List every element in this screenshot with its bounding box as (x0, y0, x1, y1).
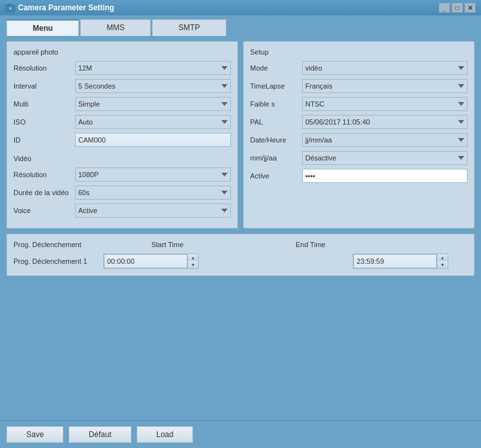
schedule-panel: Prog. Déclenchement Start Time End Time … (6, 234, 475, 276)
close-button[interactable]: ✕ (464, 3, 476, 13)
faible-label: Faible s (250, 100, 298, 108)
main-window: Camera Parameter Setting _ □ ✕ Menu MMS … (0, 0, 481, 448)
video-resolution-row: Résolution 1080P (13, 168, 231, 182)
mode-row: Mode vidéo (250, 61, 468, 75)
video-duration-select[interactable]: 60s (75, 185, 231, 200)
tabs-bar: Menu MMS SMTP (0, 15, 481, 36)
active-label: Active (250, 172, 298, 180)
faible-select[interactable]: NTSC (302, 97, 468, 111)
multi-label: Multi (13, 100, 71, 108)
end-time-spinner-buttons: ▲ ▼ (437, 254, 448, 268)
id-input[interactable] (75, 133, 231, 147)
interval-row: Interval 5 Secondes (13, 79, 231, 93)
mode-select[interactable]: vidéo (302, 61, 468, 75)
iso-label: ISO (13, 118, 71, 126)
camera-icon (5, 3, 15, 13)
iso-row: ISO Auto (13, 115, 231, 129)
tab-menu[interactable]: Menu (6, 19, 79, 36)
voice-row: Voice Active (13, 203, 231, 218)
appareil-photo-title: appareil photo (13, 48, 231, 56)
id-label: ID (13, 136, 71, 144)
date-heure-label: Date/Heure (250, 136, 298, 144)
resolution-select[interactable]: 12M (75, 61, 231, 75)
pal-label: PAL (250, 118, 298, 126)
video-duration-label: Durée de la vidéo (13, 189, 71, 196)
date-heure-select[interactable]: jj/mm/aa (302, 133, 468, 147)
multi-select[interactable]: Simple (75, 97, 231, 111)
svg-rect-2 (8, 4, 11, 6)
interval-select[interactable]: 5 Secondes (75, 79, 231, 93)
start-time-input[interactable] (104, 254, 187, 268)
start-time-header: Start Time (103, 241, 232, 248)
save-button[interactable]: Save (6, 426, 63, 443)
schedule-header: Prog. Déclenchement Start Time End Time (13, 241, 468, 248)
mode-label: Mode (250, 64, 298, 72)
load-button[interactable]: Load (137, 426, 194, 443)
schedule-section-title: Prog. Déclenchement (13, 241, 103, 248)
start-time-spinner-buttons: ▲ ▼ (187, 254, 198, 268)
right-panel: Setup Mode vidéo TimeLapse Français Faib… (243, 41, 475, 228)
schedule-row-label: Prog. Déclenchement 1 (13, 257, 103, 265)
end-time-header: End Time (296, 241, 325, 248)
start-time-down-button[interactable]: ▼ (188, 261, 198, 268)
faible-row: Faible s NTSC (250, 97, 468, 111)
window-title: Camera Parameter Setting (18, 3, 114, 12)
setup-title: Setup (250, 48, 468, 56)
tab-mms[interactable]: MMS (80, 19, 151, 36)
iso-select[interactable]: Auto (75, 115, 231, 129)
video-title: Vidéo (13, 155, 231, 162)
tab-smtp[interactable]: SMTP (152, 19, 226, 36)
active-password-input[interactable] (302, 169, 468, 183)
mmjjaa-label: mm/jj/aa (250, 154, 298, 162)
video-duration-row: Durée de la vidéo 60s (13, 185, 231, 200)
maximize-button[interactable]: □ (451, 3, 463, 13)
svg-point-1 (8, 6, 12, 10)
resolution-row: Résolution 12M (13, 61, 231, 75)
start-time-spinner: ▲ ▼ (103, 254, 199, 269)
end-time-input[interactable] (353, 254, 437, 268)
mmjjaa-select[interactable]: Désactive (302, 151, 468, 165)
date-heure-row: Date/Heure jj/mm/aa (250, 133, 468, 147)
active-row: Active (250, 169, 468, 183)
voice-label: Voice (13, 207, 71, 214)
pal-row: PAL 05/06/2017 11:05:40 (250, 115, 468, 129)
voice-select[interactable]: Active (75, 203, 231, 218)
end-time-up-button[interactable]: ▲ (437, 254, 448, 261)
title-buttons: _ □ ✕ (439, 3, 476, 13)
timelapse-label: TimeLapse (250, 82, 298, 90)
timelapse-row: TimeLapse Français (250, 79, 468, 93)
schedule-row-1: Prog. Déclenchement 1 ▲ ▼ ▲ ▼ (13, 254, 468, 269)
footer-bar: Save Défaut Load (0, 420, 481, 448)
minimize-button[interactable]: _ (439, 3, 450, 13)
pal-select[interactable]: 05/06/2017 11:05:40 (302, 115, 468, 129)
video-resolution-label: Résolution (13, 171, 71, 178)
left-panel: appareil photo Résolution 12M Interval 5… (6, 41, 238, 228)
mmjjaa-row: mm/jj/aa Désactive (250, 151, 468, 165)
main-content: appareil photo Résolution 12M Interval 5… (0, 36, 481, 420)
resolution-label: Résolution (13, 64, 71, 72)
multi-row: Multi Simple (13, 97, 231, 111)
interval-label: Interval (13, 82, 71, 90)
top-panels: appareil photo Résolution 12M Interval 5… (6, 41, 475, 228)
timelapse-select[interactable]: Français (302, 79, 468, 93)
start-time-up-button[interactable]: ▲ (188, 254, 198, 261)
video-resolution-select[interactable]: 1080P (75, 168, 231, 182)
title-bar-left: Camera Parameter Setting (5, 3, 114, 13)
content-spacer (6, 281, 475, 415)
title-bar: Camera Parameter Setting _ □ ✕ (0, 0, 481, 15)
end-time-down-button[interactable]: ▼ (437, 261, 448, 268)
default-button[interactable]: Défaut (69, 426, 131, 443)
end-time-spinner: ▲ ▼ (353, 254, 448, 269)
id-row: ID (13, 133, 231, 147)
